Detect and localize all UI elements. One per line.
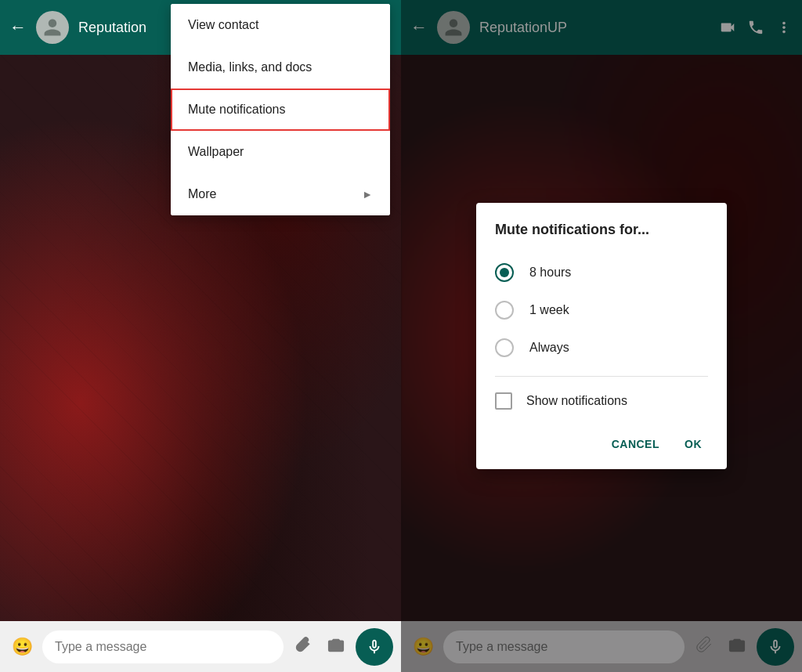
radio-8hours-label: 8 hours <box>529 266 571 280</box>
radio-option-8hours[interactable]: 8 hours <box>495 254 708 291</box>
show-notifications-row[interactable]: Show notifications <box>495 386 708 416</box>
dialog-actions: CANCEL OK <box>495 432 708 457</box>
avatar <box>36 11 69 44</box>
show-notifications-checkbox[interactable] <box>495 392 512 410</box>
cancel-button[interactable]: CANCEL <box>605 432 666 457</box>
menu-item-more[interactable]: More ► <box>171 173 390 215</box>
ok-button[interactable]: OK <box>678 432 708 457</box>
show-notifications-label: Show notifications <box>526 394 627 408</box>
emoji-button[interactable]: 😀 <box>8 633 36 661</box>
radio-8hours-indicator <box>495 263 514 282</box>
modal-overlay: Mute notifications for... 8 hours 1 week… <box>401 0 802 672</box>
camera-icon[interactable] <box>323 631 349 662</box>
radio-always-label: Always <box>529 341 569 355</box>
back-arrow-icon[interactable]: ← <box>9 17 27 38</box>
dialog-title: Mute notifications for... <box>495 222 708 238</box>
menu-item-wallpaper[interactable]: Wallpaper <box>171 131 390 173</box>
left-panel: ← Reputation View contact Media, links, … <box>0 0 401 672</box>
radio-always-indicator <box>495 338 514 357</box>
attach-icon[interactable] <box>290 631 316 662</box>
right-panel: ← ReputationUP <box>401 0 802 672</box>
radio-1week-indicator <box>495 301 514 320</box>
message-input[interactable] <box>42 630 284 663</box>
mute-notifications-dialog: Mute notifications for... 8 hours 1 week… <box>476 203 727 469</box>
radio-option-1week[interactable]: 1 week <box>495 291 708 329</box>
mic-button[interactable] <box>356 628 393 666</box>
menu-item-media[interactable]: Media, links, and docs <box>171 46 390 89</box>
dialog-divider <box>495 376 708 377</box>
menu-item-view-contact[interactable]: View contact <box>171 4 390 46</box>
left-bottom-bar: 😀 <box>0 621 401 672</box>
more-arrow-icon: ► <box>362 188 373 201</box>
radio-1week-label: 1 week <box>529 303 569 317</box>
radio-8hours-dot <box>500 268 509 277</box>
menu-item-mute-notifications[interactable]: Mute notifications <box>171 89 390 131</box>
radio-option-always[interactable]: Always <box>495 329 708 367</box>
context-menu: View contact Media, links, and docs Mute… <box>171 4 390 215</box>
